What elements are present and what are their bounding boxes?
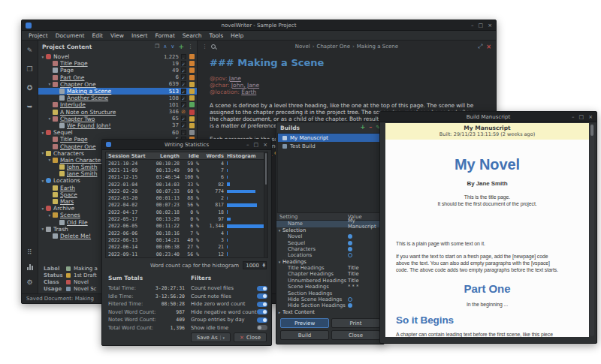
add-item-icon[interactable]: + bbox=[178, 41, 184, 53]
menu-insert[interactable]: Insert bbox=[128, 31, 152, 41]
maximize-button[interactable]: □ bbox=[579, 112, 584, 122]
active-checkbox[interactable]: ✓ bbox=[179, 61, 188, 67]
column-header-idle[interactable]: Idle bbox=[180, 153, 199, 159]
expand-arrow-icon[interactable]: ▾ bbox=[47, 82, 53, 86]
setting-row-name[interactable]: NameMy Manuscript bbox=[276, 221, 384, 227]
remove-build-icon[interactable]: – bbox=[369, 122, 372, 133]
main-titlebar[interactable]: novelWriter - Sample Project –□× bbox=[22, 20, 496, 31]
build-item-my-manuscript[interactable]: My Manuscript bbox=[278, 134, 382, 142]
column-header-session-start[interactable]: Session Start ▾ bbox=[106, 153, 146, 159]
setting-row-headings[interactable]: ▾Headings bbox=[276, 258, 384, 264]
spin-down-icon[interactable]: ▼ bbox=[263, 265, 265, 268]
session-row[interactable]: 2022-06-0500:11:226 %1,344 bbox=[106, 223, 264, 230]
breadcrumb-segment[interactable]: Chapter One bbox=[317, 44, 350, 50]
edit-document-icon[interactable]: ✎ bbox=[25, 45, 35, 56]
toggle-switch[interactable] bbox=[257, 317, 267, 323]
active-checkbox[interactable]: – bbox=[179, 54, 188, 60]
session-row[interactable]: 2022-02-2000:07:3360 %774 bbox=[106, 188, 264, 194]
setting-row-title-headings[interactable]: Title HeadingsTitle bbox=[276, 265, 384, 271]
search-icon[interactable] bbox=[211, 44, 216, 49]
session-row[interactable]: 2022-03-2000:01:1388 %2 bbox=[106, 194, 264, 201]
novel-view-icon[interactable]: ✪ bbox=[25, 83, 35, 93]
session-row[interactable]: 2021-10-2400:10:2859 %4 bbox=[106, 160, 264, 167]
tree-item-title-page[interactable]: Title Page19✓ bbox=[38, 60, 197, 67]
menu-edit[interactable]: Edit bbox=[89, 31, 107, 41]
menu-dots-icon[interactable]: ⋮ bbox=[188, 41, 193, 53]
maximize-button[interactable]: □ bbox=[479, 20, 484, 31]
expand-arrow-icon[interactable]: ▾ bbox=[40, 179, 46, 183]
menu-tools[interactable]: Tools bbox=[206, 31, 227, 41]
menu-document[interactable]: Document bbox=[52, 31, 89, 41]
toggle-switch[interactable] bbox=[257, 325, 267, 330]
toggle-switch[interactable] bbox=[257, 286, 267, 291]
expand-arrow-icon[interactable]: ▾ bbox=[40, 206, 46, 211]
toggle-switch[interactable] bbox=[257, 309, 267, 314]
close-stats-button[interactable]: ✕ Close bbox=[234, 332, 267, 342]
close-button[interactable]: × bbox=[588, 112, 593, 122]
column-header-words[interactable]: Words bbox=[199, 153, 224, 159]
stats-icon[interactable] bbox=[25, 262, 35, 272]
session-row[interactable]: 2022-01-0400:14:0333 %82 bbox=[106, 181, 264, 188]
session-row[interactable]: 2022-04-0200:07:2356 %817 bbox=[106, 202, 264, 209]
active-checkbox[interactable]: ⊘ bbox=[179, 109, 188, 115]
session-row[interactable]: 2021-12-1503:46:54100 %6 bbox=[106, 174, 264, 181]
editor-menu-icon[interactable]: ⋮ bbox=[202, 44, 207, 50]
maximize-document-icon[interactable]: ⤢ bbox=[478, 43, 482, 50]
tree-item-chapter-one[interactable]: ▾Chapter One639✓ bbox=[38, 81, 197, 88]
setting-row-sequel[interactable]: Sequel bbox=[276, 239, 384, 245]
minimize-button[interactable]: – bbox=[471, 20, 474, 31]
toggle-switch[interactable] bbox=[257, 302, 267, 307]
menu-search[interactable]: Search bbox=[179, 31, 206, 41]
setting-row-characters[interactable]: Characters bbox=[276, 246, 384, 252]
tree-item-we-found-john[interactable]: We Found John!37✓ bbox=[38, 122, 197, 129]
close-button[interactable]: Close bbox=[331, 330, 380, 340]
tree-item-interlude[interactable]: Interlude101✓ bbox=[38, 101, 197, 108]
preview-scrollbar[interactable] bbox=[590, 124, 594, 336]
session-row[interactable]: 2022-05-1700:13:200 %97 bbox=[106, 215, 264, 222]
details-icon[interactable]: ⠿ bbox=[25, 247, 35, 257]
manuscript-preview-page[interactable]: My Novel By Jane Smith This is the title… bbox=[385, 140, 589, 337]
scrollbar-thumb[interactable] bbox=[265, 153, 267, 185]
table-scrollbar[interactable] bbox=[264, 152, 267, 257]
expand-arrow-icon[interactable]: ▾ bbox=[40, 131, 46, 135]
maximize-button[interactable]: □ bbox=[254, 140, 259, 150]
build-manuscript-titlebar[interactable]: Build Manuscript –□× bbox=[380, 112, 596, 122]
setting-row-scene-headings[interactable]: Scene Headings* * * bbox=[276, 284, 384, 290]
active-checkbox[interactable]: ✓ bbox=[179, 74, 188, 80]
active-checkbox[interactable]: ✓ bbox=[179, 116, 188, 122]
tree-item-page[interactable]: Page49✓ bbox=[38, 67, 197, 74]
menu-project[interactable]: Project bbox=[25, 31, 52, 41]
expand-arrow-icon[interactable]: ▾ bbox=[47, 116, 53, 121]
menu-format[interactable]: Format bbox=[151, 31, 178, 41]
tree-item-chapter-two[interactable]: ▾Chapter Two65✓ bbox=[38, 116, 197, 122]
tree-item-another-scene[interactable]: Another Scene108✓ bbox=[38, 95, 197, 101]
save-as-button[interactable]: Save As ▾ bbox=[191, 332, 231, 342]
preview-scrollbar-thumb[interactable] bbox=[590, 125, 593, 136]
tree-item-sequel[interactable]: ▾Sequel60– bbox=[38, 129, 197, 136]
setting-row-text-content[interactable]: ▸Text Content bbox=[276, 309, 384, 315]
session-row[interactable]: 2022-06-1300:14:2140 %3 bbox=[106, 236, 264, 243]
preview-button[interactable]: Preview bbox=[280, 318, 329, 328]
expand-arrow-icon[interactable]: ▾ bbox=[47, 158, 53, 162]
build-item-test-build[interactable]: Test Build bbox=[278, 142, 382, 150]
active-checkbox[interactable]: ✓ bbox=[179, 68, 188, 74]
tree-item-a-note-on-structure[interactable]: A Note on Structure346⊘ bbox=[38, 109, 197, 116]
setting-row-unnumbered-headings[interactable]: Unnumbered HeadingsTitle bbox=[276, 278, 384, 284]
breadcrumb-segment[interactable]: Making a Scene bbox=[357, 44, 398, 50]
minimize-button[interactable]: – bbox=[246, 140, 249, 150]
active-checkbox[interactable]: ✓ bbox=[179, 89, 188, 95]
setting-row-section-headings[interactable]: Section Headings bbox=[276, 290, 384, 296]
bookmark-icon[interactable]: ❒ bbox=[155, 41, 159, 53]
active-checkbox[interactable]: ✓ bbox=[179, 81, 188, 87]
close-button[interactable]: × bbox=[263, 140, 267, 150]
active-checkbox[interactable]: ✓ bbox=[179, 122, 188, 128]
active-checkbox[interactable]: ✓ bbox=[179, 95, 188, 101]
session-row[interactable]: 2021-11-0900:13:4990 %7 bbox=[106, 167, 264, 173]
minimize-button[interactable]: – bbox=[572, 112, 575, 122]
build-button[interactable]: Build bbox=[280, 330, 329, 340]
menu-view[interactable]: View bbox=[107, 31, 128, 41]
expand-arrow-icon[interactable]: ▾ bbox=[47, 213, 53, 218]
close-document-icon[interactable]: × bbox=[486, 44, 491, 50]
setting-row-novel[interactable]: Novel bbox=[276, 233, 384, 239]
expand-arrow-icon[interactable]: ▾ bbox=[40, 227, 46, 231]
